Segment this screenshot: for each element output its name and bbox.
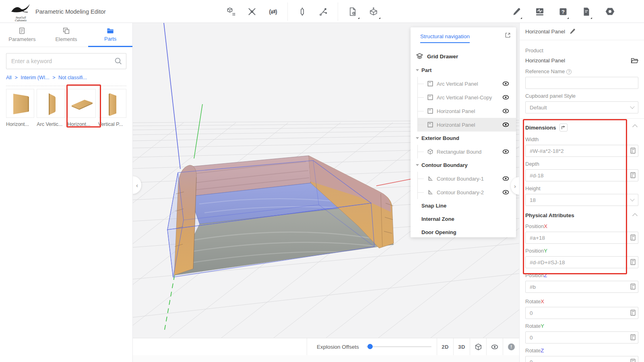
position-x-label: PositionX (525, 223, 638, 229)
calculator-icon[interactable] (630, 234, 636, 241)
axis-z-blue (164, 23, 180, 169)
calculator-icon[interactable] (630, 359, 636, 362)
part-thumbnail (68, 89, 96, 118)
dependency-button[interactable] (313, 0, 334, 23)
caret-down-icon[interactable] (416, 137, 419, 139)
part-card-vertical[interactable]: Vertical P... (98, 89, 126, 127)
collapse-section-icon[interactable] (632, 213, 638, 218)
tree-item-contour-boundary-1[interactable]: Contour Boundary-1 (418, 172, 516, 185)
tree-group-contour-boundary[interactable]: Contour Boundary (415, 158, 516, 172)
visibility-eye-icon[interactable] (502, 122, 509, 127)
calculator-icon[interactable] (630, 172, 636, 178)
calculator-icon[interactable] (630, 310, 636, 316)
model-library-icon (226, 7, 236, 16)
panel-front-thumb (8, 91, 33, 116)
elements-icon (63, 27, 70, 34)
part-card-label: Horizont... (68, 121, 96, 127)
chevron-down-icon (630, 104, 634, 109)
depth-input[interactable] (525, 169, 638, 181)
tree-group-snap-line[interactable]: Snap Line (415, 199, 516, 212)
caret-down-icon[interactable] (416, 69, 419, 71)
tree-item-horizontal-panel-2-selected[interactable]: Horizontal Panel (418, 118, 516, 132)
position-y-label: PositionY (525, 248, 638, 254)
document-settings-button[interactable] (342, 0, 363, 23)
calculator-icon[interactable] (630, 259, 636, 265)
visibility-eye-icon[interactable] (502, 149, 509, 154)
width-input[interactable] (525, 145, 638, 157)
properties-body: Product Horizontal Panel Reference Name?… (520, 40, 644, 362)
tree-group-exterior-bound[interactable]: Exterior Bound (415, 132, 516, 145)
tree-root-grid-drawer[interactable]: Grid Drawer (415, 49, 516, 64)
app-header: SeaGull Cabinets Parametric Modeling Edi… (0, 0, 644, 23)
search-input[interactable] (6, 53, 126, 69)
tab-elements[interactable]: Elements (44, 23, 89, 47)
cube-view-button[interactable] (470, 338, 486, 355)
breadcrumb-separator: > (14, 75, 17, 80)
visibility-eye-icon[interactable] (502, 190, 509, 195)
calculator-icon[interactable] (630, 148, 636, 154)
position-y-input[interactable] (525, 256, 638, 268)
warning-button[interactable]: ! (503, 338, 519, 355)
rotate-z-input[interactable] (525, 356, 638, 362)
tree-item-arc-vertical-panel-copy[interactable]: Arc Vertical Panel-Copy (418, 90, 516, 104)
visibility-button[interactable] (486, 338, 503, 355)
visibility-eye-icon[interactable] (502, 109, 509, 113)
open-folder-icon[interactable] (631, 58, 638, 64)
product-value-row: Horizontal Panel (525, 58, 638, 64)
calculator-icon[interactable] (630, 284, 636, 290)
cupboard-style-select[interactable]: Default (525, 101, 638, 113)
mode-2d-button[interactable]: 2D (437, 338, 453, 355)
depth-fieldbox (525, 169, 638, 181)
position-z-input[interactable] (525, 281, 638, 293)
rotate-x-input[interactable] (525, 307, 638, 319)
caret-down-icon[interactable] (416, 164, 419, 166)
explosion-offsets-slider[interactable] (366, 346, 431, 347)
search-icon[interactable] (114, 57, 122, 65)
tree-item-contour-boundary-2[interactable]: Contour Boundary-2 (418, 185, 516, 199)
publish-button[interactable] (363, 0, 384, 23)
link-button[interactable] (292, 0, 313, 23)
tab-parameters[interactable]: Parameters (0, 23, 44, 47)
breadcrumb-not-classified[interactable]: Not classifi... (58, 75, 87, 80)
bottom-bar-underlay (133, 355, 519, 362)
visibility-eye-icon[interactable] (502, 81, 509, 86)
settings-button[interactable] (601, 0, 619, 23)
constraint-button[interactable] (242, 0, 262, 23)
visibility-eye-icon[interactable] (502, 95, 509, 100)
calculator-icon[interactable] (630, 334, 636, 340)
link-icon (297, 7, 307, 16)
document-button[interactable] (577, 0, 596, 23)
swap-button[interactable]: (⇄) (262, 0, 283, 23)
dimensions-link-button[interactable] (559, 123, 568, 132)
question-circle-icon[interactable]: ? (566, 69, 572, 74)
tree-item-rectangular-bound[interactable]: Rectangular Bound (418, 145, 516, 158)
breadcrumb-interim[interactable]: Interim (WI... (21, 75, 50, 80)
collapse-section-icon[interactable] (632, 124, 638, 130)
slider-knob[interactable] (367, 344, 373, 349)
chevron-left-icon: ‹ (136, 182, 138, 189)
part-card-arc-vertical[interactable]: Arc Vertic... (37, 89, 65, 127)
tree-item-arc-vertical-panel[interactable]: Arc Vertical Panel (418, 77, 516, 90)
part-card-horizontal-1[interactable]: Horizont... (6, 89, 34, 127)
expand-panel-icon[interactable] (505, 32, 511, 38)
rename-pencil-icon[interactable] (569, 28, 576, 35)
breadcrumb-all[interactable]: All (6, 75, 12, 80)
tree-group-part[interactable]: Part (415, 64, 516, 77)
position-x-input[interactable] (525, 232, 638, 244)
structural-nav-title[interactable]: Structural navigation (420, 33, 470, 43)
help-button[interactable] (554, 0, 572, 23)
tab-parts[interactable]: Parts (88, 23, 132, 47)
mode-3d-button[interactable]: 3D (453, 338, 470, 355)
model-library-button[interactable] (221, 0, 242, 23)
tree-item-horizontal-panel-1[interactable]: Horizontal Panel (418, 104, 516, 118)
tree-group-internal-zone[interactable]: Internal Zone (415, 212, 516, 226)
rotate-y-input[interactable] (525, 331, 638, 343)
part-card-horizontal-2-selected[interactable]: Horizont... (68, 89, 96, 127)
reference-name-input[interactable] (525, 77, 638, 89)
visibility-eye-icon[interactable] (502, 176, 509, 181)
reference-name-text: Reference Name (525, 68, 565, 74)
edit-pencil-button[interactable] (507, 0, 526, 23)
activity-monitor-button[interactable] (530, 0, 549, 23)
tree-group-door-opening[interactable]: Door Opening (415, 226, 516, 237)
height-select[interactable]: 18 (525, 194, 638, 206)
